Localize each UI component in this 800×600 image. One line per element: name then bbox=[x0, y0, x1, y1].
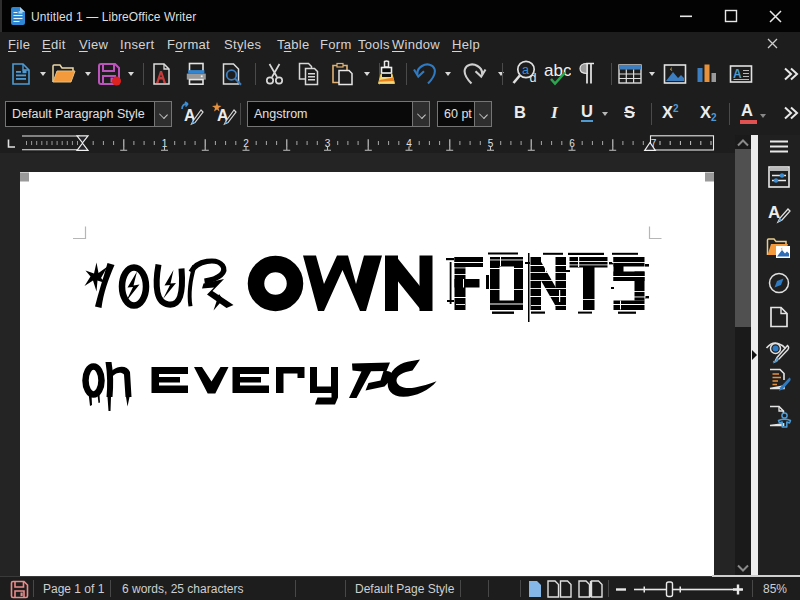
svg-text:abc: abc bbox=[544, 61, 571, 80]
svg-text:A: A bbox=[768, 203, 780, 222]
svg-text:a: a bbox=[522, 63, 529, 77]
svg-text:A: A bbox=[733, 67, 742, 81]
svg-text:d: d bbox=[530, 71, 537, 85]
